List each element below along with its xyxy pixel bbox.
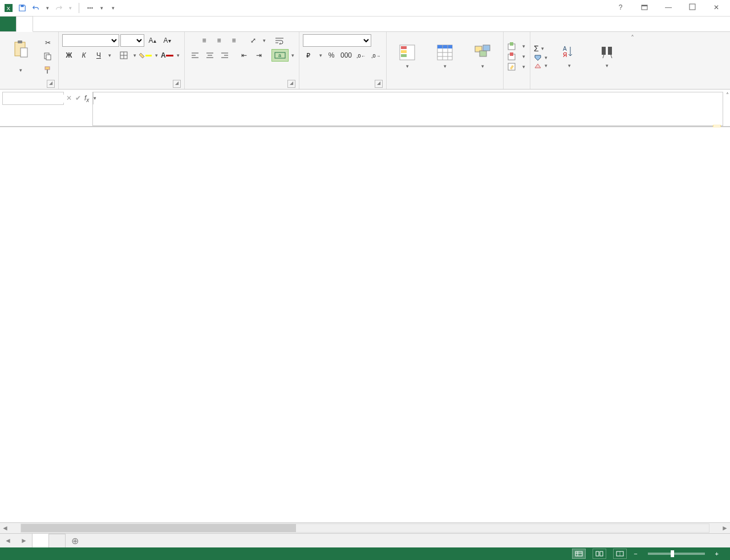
borders-icon[interactable] (117, 49, 131, 62)
format-as-table-button[interactable]: ▾ (428, 43, 462, 71)
align-middle-icon[interactable]: ≡ (212, 34, 226, 47)
font-color-icon[interactable]: A (160, 49, 174, 62)
sheet-tab-calendar[interactable] (32, 533, 49, 549)
horizontal-scrollbar[interactable]: ◄► (0, 522, 730, 533)
decrease-indent-icon[interactable]: ⇤ (237, 49, 251, 62)
tab-insert[interactable] (33, 17, 49, 31)
underline-button[interactable]: Ч (92, 49, 106, 62)
alignment-launcher[interactable]: ◢ (287, 80, 295, 88)
svg-rect-40 (510, 42, 513, 46)
align-bottom-icon[interactable]: ≡ (227, 34, 241, 47)
save-icon[interactable] (17, 3, 27, 13)
delete-cells-button[interactable]: ▾ (507, 52, 526, 61)
formula-input[interactable] (92, 92, 723, 126)
enter-formula-icon[interactable]: ✔ (75, 94, 81, 102)
tab-page-layout[interactable] (49, 17, 65, 31)
redo-dropdown[interactable]: ▾ (67, 5, 73, 11)
italic-button[interactable]: К (77, 49, 91, 62)
align-right-icon[interactable] (218, 49, 232, 62)
new-sheet-button[interactable]: ⊕ (68, 535, 82, 546)
conditional-formatting-button[interactable]: ▾ (390, 43, 424, 71)
help-icon[interactable]: ? (613, 3, 628, 13)
decrease-decimal-icon[interactable]: ,0→ (369, 49, 383, 62)
formula-bar: ▾ ✕ ✔ fx ˄ (0, 90, 730, 127)
touch-mode-icon[interactable] (85, 3, 95, 13)
svg-text:a: a (278, 52, 281, 58)
font-launcher[interactable]: ◢ (173, 80, 181, 88)
tab-data[interactable] (81, 17, 97, 31)
fill-button[interactable]: ▾ (534, 54, 549, 61)
number-format-combo[interactable] (303, 34, 371, 47)
font-size-combo[interactable] (120, 34, 144, 47)
bold-button[interactable]: Ж (62, 49, 76, 62)
maximize-icon[interactable] (684, 3, 700, 13)
shrink-font-icon[interactable]: A▾ (160, 34, 174, 47)
increase-indent-icon[interactable]: ⇥ (252, 49, 266, 62)
wrap-text-icon[interactable] (273, 34, 286, 47)
close-icon[interactable]: ✕ (708, 3, 724, 13)
redo-icon[interactable] (54, 3, 64, 13)
ribbon-display-icon[interactable] (636, 3, 652, 13)
autosum-button[interactable]: Σ▾ (534, 44, 549, 53)
view-page-break-icon[interactable] (613, 549, 627, 559)
status-bar: − + (0, 547, 730, 560)
collapse-ribbon-icon[interactable]: ˄ (627, 32, 638, 89)
zoom-in-button[interactable]: + (715, 550, 719, 557)
merge-center-button[interactable]: a (271, 49, 289, 62)
group-number: ₽▾ % 000 ,0← ,0→ ◢ (299, 32, 387, 89)
accounting-format-icon[interactable]: ₽ (303, 49, 317, 62)
insert-function-icon[interactable]: fx (84, 94, 89, 103)
zoom-slider[interactable] (648, 553, 705, 555)
sheet-nav-prev[interactable]: ◄ (0, 537, 16, 545)
group-editing: Σ▾ ▾ ▾ АЯ ▾ ▾ (530, 32, 627, 89)
comma-format-icon[interactable]: 000 (339, 49, 353, 62)
copy-icon[interactable] (41, 50, 55, 63)
title-bar: X ▾ ▾ ▾ ▾ ? — ✕ (0, 0, 730, 17)
group-cells-label (507, 79, 526, 88)
view-page-layout-icon[interactable] (593, 549, 606, 559)
grow-font-icon[interactable]: A▴ (145, 34, 159, 47)
undo-dropdown[interactable]: ▾ (44, 5, 50, 11)
font-name-combo[interactable] (62, 34, 119, 47)
sheet-tab-comment[interactable] (48, 534, 66, 548)
formula-bar-collapse-icon[interactable]: ˄ (726, 92, 729, 98)
window-controls: ? — ✕ (607, 3, 730, 13)
undo-icon[interactable] (31, 3, 41, 13)
percent-format-icon[interactable]: % (325, 49, 338, 62)
orientation-icon[interactable]: ⤢ (246, 34, 260, 47)
zoom-out-button[interactable]: − (634, 550, 637, 557)
group-cells: ▾ ▾ ▾ (504, 32, 530, 89)
worksheet-grid[interactable]: ◄► (0, 127, 730, 533)
group-font: A▴ A▾ Ж К Ч▾ ▾ ▾ A▾ ◢ (59, 32, 185, 89)
align-top-icon[interactable]: ≡ (197, 34, 211, 47)
sort-filter-button[interactable]: АЯ ▾ (552, 43, 586, 70)
paste-button[interactable]: ▾ (3, 39, 38, 75)
clipboard-launcher[interactable]: ◢ (47, 80, 55, 88)
sheet-nav-next[interactable]: ► (16, 537, 32, 545)
insert-cells-button[interactable]: ▾ (507, 42, 526, 51)
minimize-icon[interactable]: — (660, 3, 676, 13)
cut-icon[interactable]: ✂ (41, 36, 55, 49)
qat-customize[interactable]: ▾ (110, 5, 116, 11)
format-painter-icon[interactable] (41, 64, 55, 76)
align-center-icon[interactable] (203, 49, 217, 62)
name-box[interactable]: ▾ (2, 92, 64, 105)
svg-rect-11 (21, 48, 27, 57)
fill-color-icon[interactable] (139, 49, 152, 62)
touch-mode-dropdown[interactable]: ▾ (99, 5, 104, 11)
cancel-formula-icon[interactable]: ✕ (66, 94, 72, 102)
align-left-icon[interactable] (188, 49, 202, 62)
format-cells-button[interactable]: ▾ (507, 62, 526, 71)
tab-home[interactable] (16, 16, 33, 32)
clear-button[interactable]: ▾ (534, 62, 549, 69)
number-launcher[interactable]: ◢ (375, 80, 383, 88)
cell-styles-button[interactable]: ▾ (465, 43, 500, 71)
formula-bar-tooltip (713, 125, 721, 127)
tab-view[interactable] (113, 17, 129, 31)
tab-review[interactable] (97, 17, 113, 31)
find-select-button[interactable]: ▾ (590, 43, 624, 70)
tab-file[interactable] (0, 17, 16, 31)
tab-formulas[interactable] (65, 17, 81, 31)
view-normal-icon[interactable] (572, 549, 586, 559)
increase-decimal-icon[interactable]: ,0← (354, 49, 368, 62)
